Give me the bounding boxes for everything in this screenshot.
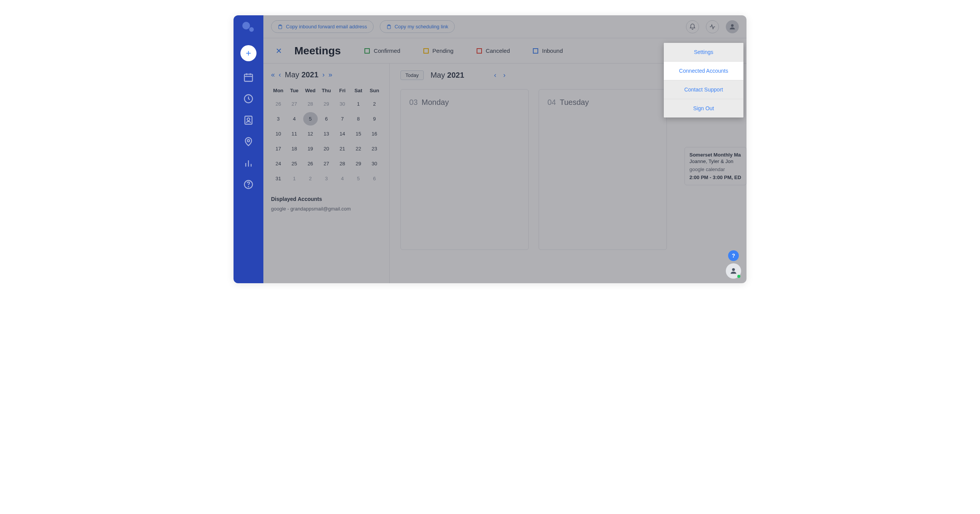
- cal-day[interactable]: 10: [271, 127, 286, 140]
- menu-item-connected-accounts[interactable]: Connected Accounts: [664, 62, 743, 80]
- cal-day[interactable]: 27: [319, 157, 334, 170]
- cal-day[interactable]: 14: [335, 127, 350, 140]
- day-card: 03Monday: [400, 89, 529, 250]
- cal-day[interactable]: 3: [271, 112, 286, 126]
- cal-day[interactable]: 29: [319, 97, 334, 111]
- cal-day[interactable]: 12: [303, 127, 318, 140]
- calendar-icon[interactable]: [243, 72, 254, 83]
- cal-day[interactable]: 19: [303, 142, 318, 155]
- copy-scheduling-button[interactable]: Copy my scheduling link: [380, 20, 455, 33]
- copy-inbound-label: Copy inbound forward email address: [286, 24, 367, 29]
- cal-day[interactable]: 25: [287, 157, 302, 170]
- svg-point-1: [249, 27, 254, 32]
- cal-day[interactable]: 7: [335, 112, 350, 126]
- cal-day[interactable]: 9: [367, 112, 382, 126]
- menu-item-sign-out[interactable]: Sign Out: [664, 99, 743, 117]
- svg-point-19: [731, 24, 734, 27]
- cal-day[interactable]: 2: [367, 97, 382, 111]
- mini-cal-title: May 2021: [285, 70, 318, 79]
- clipboard-icon: [278, 24, 283, 29]
- cal-day[interactable]: 17: [271, 142, 286, 155]
- prev-year-button[interactable]: «: [271, 71, 275, 79]
- menu-item-contact-support[interactable]: Contact Support: [664, 80, 743, 99]
- next-year-button[interactable]: »: [328, 71, 332, 79]
- cal-day[interactable]: 22: [351, 142, 366, 155]
- contacts-icon[interactable]: [243, 115, 254, 126]
- day-name: Tuesday: [560, 98, 589, 106]
- status-box-icon: [477, 48, 482, 54]
- svg-point-9: [247, 140, 250, 142]
- location-icon[interactable]: [243, 136, 254, 147]
- topbar: Copy inbound forward email address Copy …: [263, 15, 746, 38]
- cal-day[interactable]: 30: [367, 157, 382, 170]
- activity-button[interactable]: [706, 20, 719, 33]
- cal-day[interactable]: 5: [351, 172, 366, 185]
- cal-day[interactable]: 16: [367, 127, 382, 140]
- dow-header: Wed: [303, 85, 318, 96]
- cal-day[interactable]: 2: [303, 172, 318, 185]
- cal-day[interactable]: 1: [351, 97, 366, 111]
- cal-day[interactable]: 28: [303, 97, 318, 111]
- cal-day[interactable]: 1: [287, 172, 302, 185]
- cal-day[interactable]: 4: [287, 112, 302, 126]
- status-canceled[interactable]: Canceled: [477, 47, 510, 54]
- svg-rect-2: [245, 74, 253, 82]
- cal-day[interactable]: 21: [335, 142, 350, 155]
- prev-week-button[interactable]: ‹: [494, 71, 497, 79]
- reports-icon[interactable]: [243, 158, 254, 168]
- cal-day[interactable]: 29: [351, 157, 366, 170]
- app-frame: + Copy inbound forward email address Cop…: [234, 15, 746, 283]
- status-box-icon: [364, 48, 370, 54]
- schedule-title: May 2021: [431, 71, 464, 80]
- event-source: google calendar: [689, 166, 742, 172]
- cal-day[interactable]: 26: [303, 157, 318, 170]
- cal-day[interactable]: 18: [287, 142, 302, 155]
- prev-month-button[interactable]: ‹: [279, 71, 281, 79]
- svg-point-14: [248, 186, 248, 187]
- menu-item-settings[interactable]: Settings: [664, 43, 743, 62]
- dow-header: Thu: [319, 85, 334, 96]
- help-fab[interactable]: ?: [728, 250, 739, 261]
- next-week-button[interactable]: ›: [503, 71, 506, 79]
- add-button[interactable]: +: [240, 45, 256, 61]
- cal-day[interactable]: 13: [319, 127, 334, 140]
- cal-day[interactable]: 3: [319, 172, 334, 185]
- status-confirmed[interactable]: Confirmed: [364, 47, 400, 54]
- help-icon[interactable]: [243, 179, 254, 190]
- status-pending[interactable]: Pending: [423, 47, 454, 54]
- close-icon[interactable]: ✕: [276, 46, 282, 55]
- bell-icon: [689, 23, 696, 30]
- avatar-button[interactable]: [726, 20, 739, 33]
- next-month-button[interactable]: ›: [322, 71, 325, 79]
- cal-day[interactable]: 8: [351, 112, 366, 126]
- event-card[interactable]: Somerset Monthly Ma Joanne, Tyler & Jon …: [684, 147, 746, 185]
- app-logo-icon: [241, 20, 256, 34]
- copy-inbound-button[interactable]: Copy inbound forward email address: [271, 20, 374, 33]
- cal-day[interactable]: 26: [271, 97, 286, 111]
- activity-icon: [709, 23, 716, 30]
- status-box-icon: [533, 48, 538, 54]
- day-number: 03: [409, 98, 418, 106]
- cal-day[interactable]: 24: [271, 157, 286, 170]
- cal-day[interactable]: 11: [287, 127, 302, 140]
- cal-day[interactable]: 4: [335, 172, 350, 185]
- schedule-pane: Today May 2021 ‹ › 03Monday04Tuesday: [390, 64, 678, 283]
- cal-day[interactable]: 28: [335, 157, 350, 170]
- cal-day[interactable]: 27: [287, 97, 302, 111]
- cal-day[interactable]: 6: [367, 172, 382, 185]
- status-inbound[interactable]: Inbound: [533, 47, 563, 54]
- day-name: Monday: [421, 98, 449, 106]
- chat-fab[interactable]: [726, 263, 741, 279]
- clock-icon[interactable]: [243, 93, 254, 104]
- cal-day[interactable]: 20: [319, 142, 334, 155]
- cal-day[interactable]: 6: [319, 112, 334, 126]
- notifications-button[interactable]: [686, 20, 699, 33]
- cal-day[interactable]: 5: [303, 112, 318, 126]
- event-attendees: Joanne, Tyler & Jon: [689, 158, 742, 164]
- cal-day[interactable]: 31: [271, 172, 286, 185]
- cal-day[interactable]: 30: [335, 97, 350, 111]
- today-button[interactable]: Today: [400, 70, 424, 80]
- svg-point-0: [242, 22, 250, 29]
- cal-day[interactable]: 23: [367, 142, 382, 155]
- cal-day[interactable]: 15: [351, 127, 366, 140]
